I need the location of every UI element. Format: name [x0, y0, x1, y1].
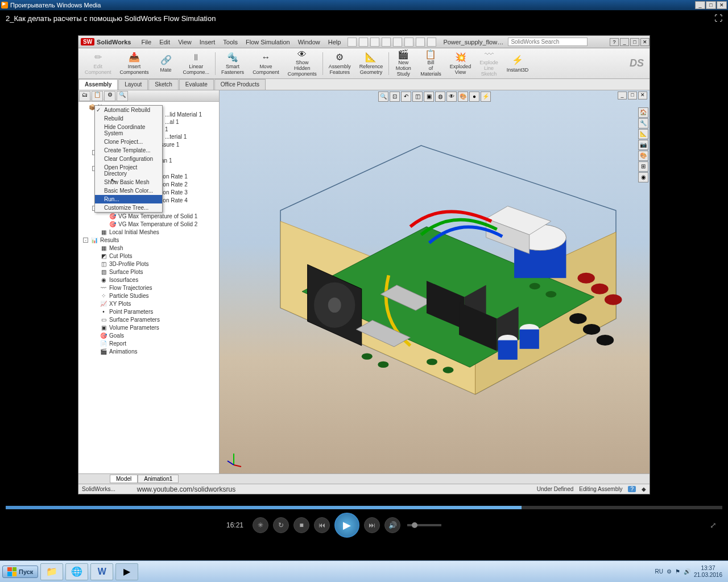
tree-item[interactable]: 🎯VG Max Temperature of Solid 1 [80, 212, 218, 220]
side-btn-2[interactable]: 🔧 [638, 118, 648, 128]
vp-close-button[interactable]: ✕ [638, 92, 647, 99]
ctx-open-project-directory[interactable]: Open Project Directory [95, 163, 162, 178]
tab-sketch[interactable]: Sketch [148, 79, 179, 90]
menu-window[interactable]: Window [295, 38, 324, 47]
vp-minimize-button[interactable]: _ [618, 92, 627, 99]
select-button[interactable] [404, 38, 413, 47]
side-btn-6[interactable]: ⊞ [638, 161, 648, 172]
ribbon-assembly-features[interactable]: ⚙AssemblyFeatures [325, 50, 355, 77]
sw-help-button[interactable]: ? [610, 38, 619, 46]
ctx-clear-configuration[interactable]: Clear Configuration [95, 155, 162, 163]
prev-button[interactable]: ⏮ [314, 517, 330, 533]
tree-item[interactable]: 📄Report [80, 339, 218, 347]
tab-layout[interactable]: Layout [118, 79, 148, 90]
ctx-automatic-rebuild[interactable]: ✓Automatic Rebuild [95, 106, 162, 114]
status-flag-icon[interactable]: ◆ [642, 486, 646, 492]
print-button[interactable] [382, 38, 391, 47]
appearance-button[interactable]: ● [469, 92, 479, 102]
display-style-button[interactable]: ◍ [435, 92, 445, 102]
tree-item[interactable]: 🎯VG Max Temperature of Solid 2 [80, 220, 218, 228]
menu-flow-simulation[interactable]: Flow Simulation [242, 38, 293, 47]
tree-item[interactable]: 📈XY Plots [80, 300, 218, 307]
ribbon-bill-of-materials[interactable]: 📋BillofMaterials [416, 50, 445, 77]
tab-model[interactable]: Model [110, 475, 138, 483]
status-help-icon[interactable]: ? [628, 486, 636, 492]
hide-show-button[interactable]: 👁 [446, 92, 457, 102]
menu-tools[interactable]: Tools [220, 38, 241, 47]
tree-item[interactable]: -📊Results [80, 236, 218, 244]
wmp-seek-bar[interactable] [6, 506, 722, 509]
feature-tree-tab[interactable]: 🗂 [79, 91, 90, 101]
rebuild-button[interactable] [416, 38, 425, 47]
viewport-3d[interactable]: 🔍 ⊡ ↶ ◫ ▣ ◍ 👁 🎨 ● ⚡ _ □ ✕ 🏠 [220, 90, 650, 473]
detach-icon[interactable]: ⛶ [714, 14, 722, 23]
menu-insert[interactable]: Insert [196, 38, 219, 47]
menu-file[interactable]: File [138, 38, 155, 47]
ribbon-exploded-view[interactable]: 💥ExplodedView [446, 50, 475, 77]
scene-button[interactable]: 🎨 [458, 92, 468, 102]
side-btn-4[interactable]: 📷 [638, 140, 648, 150]
ctx-basic-mesh-color-[interactable]: Basic Mesh Color... [95, 186, 162, 195]
ctx-create-template-[interactable]: Create Template... [95, 146, 162, 155]
tray-clock[interactable]: 13:37 21.03.2016 [694, 565, 722, 579]
menu-help[interactable]: Help [325, 38, 345, 47]
shuffle-button[interactable]: ✳ [253, 517, 268, 533]
tree-item[interactable]: 〰Flow Trajectories [80, 284, 218, 292]
tab-assembly[interactable]: Assembly [78, 79, 118, 90]
open-button[interactable] [359, 38, 368, 47]
tree-item[interactable]: ▭Surface Parameters [80, 315, 218, 323]
mute-button[interactable]: 🔊 [384, 517, 400, 533]
ctx-hide-coordinate-system[interactable]: Hide Coordinate System [95, 123, 162, 138]
wmp-maximize-button[interactable]: □ [706, 1, 716, 9]
wmp-close-button[interactable]: ✕ [717, 1, 727, 9]
menu-edit[interactable]: Edit [156, 38, 173, 47]
start-button[interactable]: Пуск [2, 566, 38, 578]
side-btn-1[interactable]: 🏠 [638, 107, 648, 118]
tree-item[interactable]: ▣Volume Parameters [80, 323, 218, 331]
tree-item[interactable]: 🎬Animations [80, 347, 218, 355]
taskbar-wmp[interactable]: ▶ [115, 563, 138, 580]
sw-close-button[interactable]: ✕ [640, 38, 650, 46]
switch-view-button[interactable]: ⤢ [710, 521, 717, 530]
ctx-clone-project-[interactable]: Clone Project... [95, 138, 162, 146]
ctx-rebuild[interactable]: Rebuild [95, 114, 162, 123]
ribbon-mate[interactable]: 🔗Mate [154, 50, 179, 77]
tree-item[interactable]: ◉Isosurfaces [80, 276, 218, 284]
zoom-area-button[interactable]: ⊡ [390, 92, 400, 102]
render-button[interactable]: ⚡ [481, 92, 491, 102]
tree-item[interactable]: ⁘Particle Studies [80, 292, 218, 300]
section-view-button[interactable]: ◫ [412, 92, 423, 102]
side-btn-5[interactable]: 🎨 [638, 151, 648, 161]
tree-item[interactable]: •Point Parameters [80, 307, 218, 315]
taskbar-word[interactable]: W [90, 563, 113, 580]
tree-item[interactable]: 🎯Goals [80, 331, 218, 339]
tray-icon-2[interactable]: ⚑ [675, 568, 680, 575]
repeat-button[interactable]: ↻ [273, 517, 289, 533]
sw-minimize-button[interactable]: _ [620, 38, 629, 46]
ribbon-linear-compone-[interactable]: ⫴LinearCompone... [179, 50, 214, 77]
search-input[interactable] [508, 38, 588, 46]
ctx-show-basic-mesh[interactable]: Show Basic Mesh [95, 178, 162, 186]
display-tab[interactable]: 🔍 [117, 91, 128, 101]
ribbon-reference-geometry[interactable]: 📐ReferenceGeometry [355, 50, 387, 77]
ribbon-new-motion-study[interactable]: 🎬NewMotionStudy [391, 50, 416, 77]
vp-maximize-button[interactable]: □ [628, 92, 637, 99]
tree-item[interactable]: ▧Surface Plots [80, 268, 218, 276]
options-button[interactable] [427, 38, 436, 47]
save-button[interactable] [370, 38, 379, 47]
sw-restore-button[interactable]: □ [630, 38, 639, 46]
tab-office products[interactable]: Office Products [214, 79, 266, 90]
new-button[interactable] [348, 38, 357, 47]
prev-view-button[interactable]: ↶ [401, 92, 411, 102]
view-orient-button[interactable]: ▣ [424, 92, 434, 102]
wmp-minimize-button[interactable]: _ [695, 1, 705, 9]
menu-view[interactable]: View [175, 38, 195, 47]
ribbon-instant-d[interactable]: ⚡Instant3D [503, 50, 533, 77]
next-button[interactable]: ⏭ [364, 517, 380, 533]
ctx-run-[interactable]: Run... [95, 195, 162, 203]
tray-volume-icon[interactable]: 🔊 [684, 568, 690, 575]
lang-indicator[interactable]: RU [655, 568, 663, 575]
tab-evaluate[interactable]: Evaluate [179, 79, 214, 90]
ribbon-insert-components[interactable]: 📥InsertComponents [116, 50, 153, 77]
undo-button[interactable] [393, 38, 402, 47]
